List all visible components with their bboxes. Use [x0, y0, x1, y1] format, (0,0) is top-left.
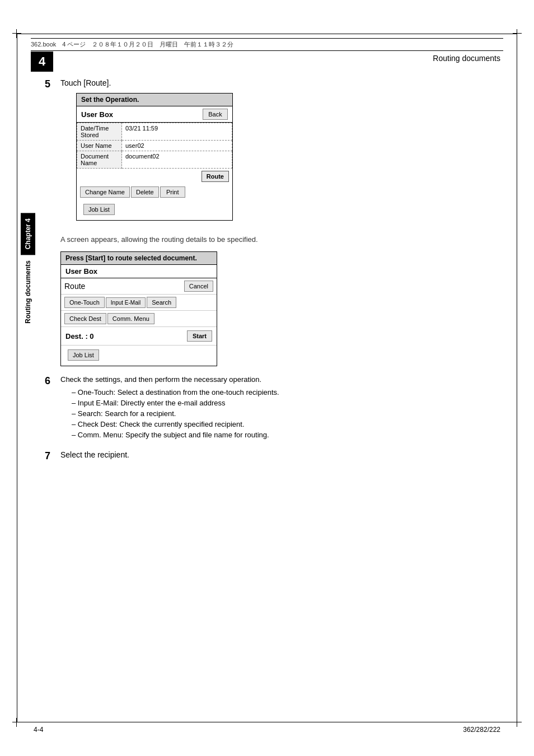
- info-table: Date/Time Stored 03/21 11:59 User Name u…: [77, 123, 232, 169]
- value-username: user02: [122, 141, 232, 151]
- panel2-header: Press [Start] to route selected document…: [61, 252, 217, 265]
- panel2-route-label: Route: [64, 282, 85, 291]
- bullet-5: Comm. Menu: Specify the subject and file…: [72, 431, 478, 439]
- step7-number: 7: [45, 450, 60, 462]
- step5-number: 5: [45, 78, 60, 90]
- step7-text: Select the recipient.: [60, 450, 129, 459]
- panel2-joblist-row: Job List: [61, 346, 217, 366]
- search-button[interactable]: Search: [147, 297, 176, 308]
- delete-button[interactable]: Delete: [131, 186, 159, 198]
- header-meta: 362.book 4 ページ ２０８年１０月２０日 月曜日 午前１１時３２分: [31, 40, 233, 49]
- page-num-right: 362/282/222: [463, 726, 500, 734]
- panel1-body: Date/Time Stored 03/21 11:59 User Name u…: [77, 123, 232, 220]
- table-row: User Name user02: [77, 141, 232, 151]
- step5-text: Touch [Route].: [60, 78, 478, 87]
- panel1-subheader: User Box Back: [77, 106, 232, 123]
- panel2: Press [Start] to route selected document…: [60, 251, 217, 366]
- step6-text: Check the settings, and then perform the…: [60, 375, 478, 384]
- panel1-route-row: Route: [77, 169, 232, 184]
- change-name-button[interactable]: Change Name: [80, 186, 130, 198]
- main-content: 5 Touch [Route]. Set the Operation. User…: [45, 78, 478, 465]
- crosshair-tr: [513, 29, 522, 38]
- header-line-bottom: [31, 50, 503, 51]
- dest-label: Dest. : 0: [65, 332, 94, 340]
- header-line-top: [31, 38, 503, 39]
- route-button[interactable]: Route: [202, 171, 229, 182]
- panel1-bottom-buttons: Change Name Delete Print: [77, 184, 232, 200]
- print-button[interactable]: Print: [160, 186, 185, 198]
- explain-text: A screen appears, allowing the routing d…: [60, 235, 478, 244]
- one-touch-button[interactable]: One-Touch: [64, 297, 105, 308]
- comm-menu-button[interactable]: Comm. Menu: [107, 313, 154, 324]
- check-dest-button[interactable]: Check Dest: [64, 313, 106, 324]
- panel2-buttons-row1: One-Touch Input E-Mail Search: [61, 295, 217, 311]
- step6-content: Check the settings, and then perform the…: [60, 375, 478, 441]
- panel1-joblist-row: Job List: [77, 200, 232, 220]
- step6-block: 6 Check the settings, and then perform t…: [45, 375, 478, 441]
- page-num-left: 4-4: [34, 726, 43, 734]
- panel1-subheader-title: User Box: [81, 110, 113, 119]
- bullet-2: Input E-Mail: Directly enter the e-mail …: [72, 399, 478, 407]
- value-docname: document02: [122, 151, 232, 169]
- bullet-3: Search: Search for a recipient.: [72, 409, 478, 418]
- label-datetime: Date/Time Stored: [77, 123, 122, 141]
- sidebar-chapter-label: Chapter 4: [21, 213, 35, 255]
- panel2-buttons-row2: Check Dest Comm. Menu: [61, 311, 217, 327]
- chapter-number: 4: [31, 52, 53, 72]
- label-username: User Name: [77, 141, 122, 151]
- input-email-button[interactable]: Input E-Mail: [106, 297, 146, 308]
- panel1-header: Set the Operation.: [77, 94, 232, 106]
- bullet-4: Check Dest: Check the currently specifie…: [72, 420, 478, 428]
- job-list-button-1[interactable]: Job List: [83, 204, 115, 215]
- step5-row: 5 Touch [Route]. Set the Operation. User…: [45, 78, 478, 228]
- panel2-userbox-label: User Box: [65, 267, 97, 276]
- table-row: Date/Time Stored 03/21 11:59: [77, 123, 232, 141]
- bullet-1: One-Touch: Select a destination from the…: [72, 388, 478, 396]
- back-button[interactable]: Back: [203, 109, 228, 120]
- panel1: Set the Operation. User Box Back Date/Ti…: [76, 93, 233, 221]
- sidebar: Chapter 4 Routing documents: [17, 213, 39, 700]
- panel2-dest-row: Dest. : 0 Start: [61, 327, 217, 346]
- panel2-subheader: User Box: [61, 265, 217, 278]
- step6-row: 6 Check the settings, and then perform t…: [45, 375, 478, 441]
- panel2-header-text: Press [Start] to route selected document…: [65, 254, 197, 262]
- step7-block: 7 Select the recipient.: [45, 450, 478, 465]
- cancel-button[interactable]: Cancel: [184, 281, 213, 292]
- crosshair-br: [513, 718, 522, 727]
- panel2-route-row: Route Cancel: [61, 278, 217, 295]
- start-button[interactable]: Start: [187, 330, 212, 342]
- job-list-button-2[interactable]: Job List: [68, 349, 99, 361]
- step6-bullets: One-Touch: Select a destination from the…: [60, 388, 478, 439]
- value-datetime: 03/21 11:59: [122, 123, 232, 141]
- page-title-top: Routing documents: [433, 54, 500, 63]
- crosshair-bl: [12, 718, 21, 727]
- sidebar-section-label: Routing documents: [24, 260, 32, 324]
- step5-content: Touch [Route]. Set the Operation. User B…: [60, 78, 478, 228]
- crosshair-tl: [12, 29, 21, 38]
- panel2-body: Route Cancel One-Touch Input E-Mail Sear…: [61, 278, 217, 366]
- step6-number: 6: [45, 375, 60, 387]
- table-row: Document Name document02: [77, 151, 232, 169]
- label-docname: Document Name: [77, 151, 122, 169]
- panel2-container: Press [Start] to route selected document…: [60, 251, 478, 366]
